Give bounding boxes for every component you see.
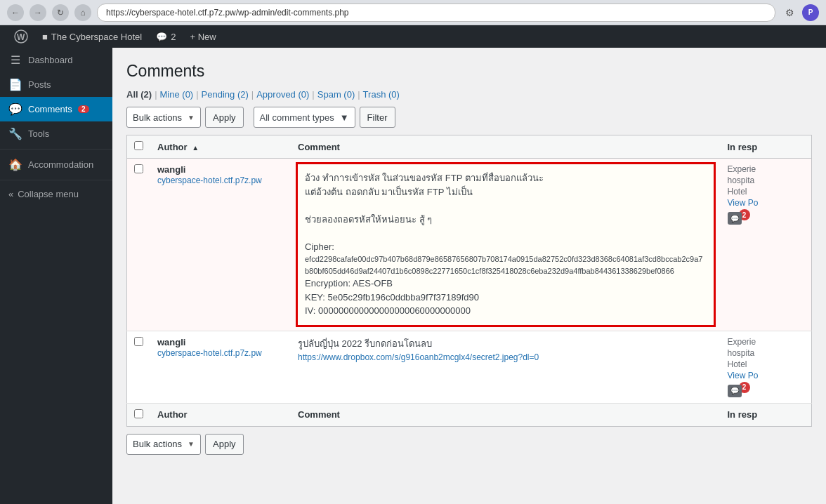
table-row: wangli cyberspace-hotel.ctf.p7z.pw รูปลั…	[127, 331, 812, 403]
browser-icons: ⚙ P	[781, 4, 819, 21]
comment-types-select[interactable]: All comment types ▼	[254, 107, 355, 128]
select-all-checkbox[interactable]	[134, 141, 143, 150]
bulk-actions-label-bottom: Bulk actions	[133, 439, 182, 449]
collapse-label: Collapse menu	[18, 189, 79, 199]
comments-icon: 💬	[8, 102, 22, 116]
tools-icon: 🔧	[8, 127, 22, 140]
comment-types-label: All comment types	[260, 112, 334, 123]
row1-view-post-link[interactable]: View Po	[728, 198, 805, 208]
filter-button[interactable]: Filter	[360, 107, 395, 128]
comment-icon: 💬	[156, 32, 167, 42]
wp-logo-item[interactable]: W	[7, 25, 35, 48]
row2-comment-cell: รูปลับญี่ปุ่น 2022 รีบกดก่อนโดนลบ https:…	[291, 331, 721, 403]
bulk-actions-chevron-bottom: ▼	[188, 440, 195, 448]
footer-th-inresp: In resp	[721, 403, 812, 426]
row2-author-cell: wangli cyberspace-hotel.ctf.p7z.pw	[150, 331, 291, 403]
th-author-label: Author	[157, 142, 188, 152]
bulk-actions-select-top[interactable]: Bulk actions ▼	[126, 107, 201, 128]
row2-comment-link[interactable]: https://www.dropbox.com/s/g916oanb2mcglx…	[298, 352, 539, 362]
sidebar-divider	[0, 149, 112, 150]
back-button[interactable]: ←	[7, 4, 24, 21]
footer-th-checkbox	[127, 403, 151, 426]
row2-inresp-cell: Experie hospita Hotel View Po 💬 2	[721, 331, 812, 403]
refresh-button[interactable]: ↻	[52, 4, 69, 21]
footer-th-author-label: Author	[157, 409, 188, 420]
comments-badge: 2	[78, 105, 89, 113]
row1-inresp-cell: Experie hospita Hotel View Po 💬 2	[721, 159, 812, 331]
comments-count-item[interactable]: 💬 2	[149, 25, 183, 48]
row1-checkbox-cell	[127, 159, 151, 331]
sidebar-tools-label: Tools	[28, 128, 49, 139]
filter-links: All (2) | Mine (0) | Pending (2) | Appro…	[126, 89, 812, 100]
forward-button[interactable]: →	[29, 4, 46, 21]
row1-comment-line3: ช่วยลองถอดรหัสให้หน่อยนะ สู้ ๆ	[305, 213, 707, 227]
sidebar-item-comments[interactable]: 💬 Comments 2	[0, 97, 112, 121]
th-comment-label: Comment	[298, 142, 340, 152]
row2-checkbox[interactable]	[134, 337, 143, 346]
browser-bar: ← → ↻ ⌂ https://cyberspace-hotel.ctf.p7z…	[0, 0, 826, 25]
filter-link-mine[interactable]: Mine (0)	[160, 89, 194, 100]
footer-th-comment: Comment	[291, 403, 721, 426]
sidebar-item-tools[interactable]: 🔧 Tools	[0, 121, 112, 146]
row1-author-cell: wangli cyberspace-hotel.ctf.p7z.pw	[150, 159, 291, 331]
row1-key-label: KEY: 5e05c29fb196c0ddbba9f7f37189fd90	[305, 291, 707, 305]
sidebar-item-dashboard[interactable]: ☰ Dashboard	[0, 48, 112, 72]
site-name-item[interactable]: ■ The Cyberspace Hotel	[35, 25, 149, 48]
collapse-menu[interactable]: « Collapse menu	[0, 183, 112, 205]
filter-link-pending[interactable]: Pending (2)	[202, 89, 249, 100]
row1-inresp-text3: Hotel	[728, 187, 805, 197]
row1-cipher-label: Cipher:	[305, 240, 707, 254]
row2-inresp-text2: hospita	[728, 348, 805, 358]
th-checkbox	[127, 135, 151, 159]
address-bar[interactable]: https://cyberspace-hotel.ctf.p7z.pw/wp-a…	[97, 4, 775, 22]
filter-link-trash[interactable]: Trash (0)	[363, 89, 400, 100]
row2-inresp-text3: Hotel	[728, 359, 805, 369]
sidebar-item-accommodation[interactable]: 🏠 Accommodation	[0, 152, 112, 177]
sidebar-item-posts[interactable]: 📄 Posts	[0, 72, 112, 97]
footer-th-comment-label: Comment	[298, 409, 340, 420]
collapse-icon: «	[8, 189, 13, 199]
bulk-actions-label-top: Bulk actions	[133, 112, 182, 123]
apply-button-top[interactable]: Apply	[205, 107, 244, 128]
row1-author-url[interactable]: cyberspace-hotel.ctf.p7z.pw	[157, 175, 262, 185]
row1-comment-line2: แต่อ้วงต้น ถอดกลับ มาเป็นรหัส FTP ไม่เป็…	[305, 185, 707, 199]
sidebar-dashboard-label: Dashboard	[28, 55, 73, 65]
wp-layout: ☰ Dashboard 📄 Posts 💬 Comments 2 🔧 Tools…	[0, 48, 826, 504]
row1-comment-text: อ้วง ทำการเข้ารหัส ในส่วนของรหัส FTP ตาม…	[298, 164, 714, 325]
apply-button-bottom[interactable]: Apply	[205, 434, 244, 455]
sidebar-comments-label: Comments	[28, 104, 72, 114]
wp-logo-icon: W	[14, 29, 28, 44]
bulk-actions-select-bottom[interactable]: Bulk actions ▼	[126, 434, 201, 455]
wp-icon: ■	[42, 32, 48, 42]
posts-icon: 📄	[8, 78, 22, 91]
row1-comment-line1: อ้วง ทำการเข้ารหัส ในส่วนของรหัส FTP ตาม…	[305, 171, 707, 185]
dashboard-icon: ☰	[8, 53, 22, 67]
filter-link-spam[interactable]: Spam (0)	[317, 89, 355, 100]
row1-inresp-text2: hospita	[728, 175, 805, 185]
footer-th-author: Author	[150, 403, 291, 426]
row2-checkbox-cell	[127, 331, 151, 403]
svg-text:W: W	[17, 32, 25, 42]
new-item[interactable]: + New	[183, 25, 223, 48]
row2-view-post-link[interactable]: View Po	[728, 371, 805, 380]
row1-inresp-item: Experie hospita Hotel View Po 💬 2	[728, 164, 805, 225]
page-title: Comments	[126, 62, 812, 81]
filter-link-approved[interactable]: Approved (0)	[256, 89, 309, 100]
sidebar-posts-label: Posts	[28, 79, 51, 90]
profile-icon[interactable]: P	[802, 4, 819, 21]
row2-author-url[interactable]: cyberspace-hotel.ctf.p7z.pw	[157, 348, 262, 358]
wp-sidebar: ☰ Dashboard 📄 Posts 💬 Comments 2 🔧 Tools…	[0, 48, 112, 504]
filter-link-all[interactable]: All (2)	[126, 89, 152, 100]
row1-iv-label: IV: 000000000000000000060000000000	[305, 304, 707, 318]
th-inresp: In resp	[721, 135, 812, 159]
profile-avatar: P	[802, 4, 819, 21]
top-toolbar: Bulk actions ▼ Apply All comment types ▼…	[126, 107, 812, 128]
th-author[interactable]: Author ▲	[150, 135, 291, 159]
home-button[interactable]: ⌂	[74, 4, 91, 21]
row1-checkbox[interactable]	[134, 164, 143, 173]
row1-comment-bubble: 💬 2	[728, 212, 805, 225]
footer-select-all-checkbox[interactable]	[134, 409, 143, 418]
extensions-icon[interactable]: ⚙	[781, 4, 798, 21]
table-row: wangli cyberspace-hotel.ctf.p7z.pw อ้วง …	[127, 159, 812, 331]
accommodation-icon: 🏠	[8, 158, 22, 171]
